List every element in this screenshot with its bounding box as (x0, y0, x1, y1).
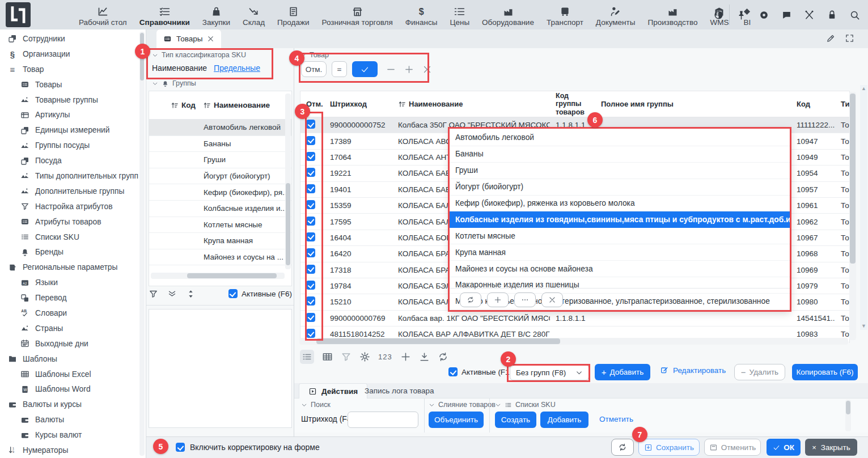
add-sku-button[interactable]: Добавить (540, 412, 588, 428)
groups-row[interactable]: Колбасные изделия и... (149, 201, 291, 217)
refresh-icon[interactable] (438, 351, 448, 362)
quick-icon[interactable] (781, 10, 792, 20)
grid-horizontal-scrollbar[interactable] (299, 338, 848, 345)
active-f10-checkbox[interactable] (448, 367, 458, 376)
menu-item[interactable]: Документы (590, 0, 642, 29)
sidebar-item[interactable]: § Организации (0, 46, 138, 62)
groups-section-header[interactable]: Группы (152, 79, 196, 87)
quick-icon[interactable] (849, 10, 860, 20)
actions-scrollbar[interactable] (845, 400, 851, 431)
col-full-name[interactable]: Полное имя группы (595, 100, 791, 108)
double-chevron-icon[interactable] (167, 289, 177, 299)
sidebar-item[interactable]: Валюты (0, 412, 138, 427)
col-name[interactable]: Наименование (392, 100, 550, 108)
checked-filter-button[interactable] (352, 61, 378, 77)
tab-close-icon[interactable] (207, 35, 214, 43)
sidebar-scrollbar[interactable] (139, 32, 145, 456)
classifier-section-header[interactable]: Тип классификатора SKU (152, 51, 246, 59)
groups-horizontal-scrollbar[interactable] (151, 273, 285, 279)
group-filter-select[interactable]: Без групп (F8) (510, 364, 589, 380)
menu-item[interactable]: Рабочий стол (73, 0, 133, 29)
groups-col-code[interactable]: Код (149, 101, 203, 109)
grid-view-icon[interactable] (322, 351, 333, 362)
sidebar-item[interactable]: Валюты и курсы (0, 397, 138, 412)
quick-icon[interactable] (804, 10, 815, 20)
groups-row[interactable]: Майонез и соусы на ... (149, 249, 291, 266)
sidebar-item[interactable]: Выходные дни (0, 336, 138, 351)
groups-row[interactable]: Груши (149, 152, 291, 168)
menu-item[interactable]: Закупки (196, 0, 236, 29)
sidebar-item[interactable]: Дополнительные группы (0, 184, 138, 199)
row-checkbox[interactable] (306, 217, 315, 226)
menu-item[interactable]: Продажи (271, 0, 315, 29)
groups-row[interactable]: Автомобиль легковой (149, 120, 291, 136)
mark-link[interactable]: Отметить (599, 415, 633, 423)
col-group-code[interactable]: Код группы товаров (550, 92, 595, 116)
sidebar-item[interactable]: Бренды (0, 244, 138, 260)
row-checkbox[interactable] (306, 296, 315, 306)
sidebar-item[interactable]: Сотрудники (0, 31, 138, 46)
minus-icon[interactable] (386, 65, 396, 74)
sidebar-item[interactable]: АВ Словари (0, 306, 138, 321)
menu-item[interactable]: Склад (236, 0, 271, 29)
ok-button[interactable]: ОК (767, 439, 801, 456)
groups-row[interactable]: Йогурт (биойогурт) (149, 168, 291, 185)
sidebar-item[interactable]: ≡ Товар (0, 62, 138, 77)
sidebar-item[interactable]: Шаблоны (0, 351, 138, 367)
delete-button[interactable]: −Удалить (734, 364, 785, 380)
create-button[interactable]: Создать (495, 412, 536, 428)
sidebar-item[interactable]: Посуда (0, 153, 138, 168)
menu-item[interactable]: Производство (641, 0, 704, 29)
add-button[interactable]: +Добавить (595, 364, 650, 380)
row-checkbox[interactable] (306, 265, 315, 274)
row-checkbox[interactable] (306, 184, 315, 193)
menu-item[interactable]: Цены (443, 0, 476, 29)
row-checkbox[interactable] (306, 120, 315, 129)
cancel-button[interactable]: Отменить (704, 439, 761, 456)
product-section-header[interactable]: Товар (300, 51, 329, 59)
col-type[interactable]: Ти (835, 100, 849, 108)
sort-icon[interactable] (203, 101, 211, 109)
sidebar-item[interactable]: Списки SKU (0, 230, 138, 245)
clear-icon[interactable] (422, 65, 432, 74)
barcode-input[interactable] (348, 412, 418, 428)
sidebar-item[interactable]: Шаблоны Excel (0, 367, 138, 382)
dropdown-item[interactable]: Майонез и соусы на основе майонеза (450, 261, 790, 277)
sort-icon[interactable] (171, 101, 179, 109)
sidebar-item[interactable]: Настройка атрибутов (0, 199, 138, 214)
dropdown-item[interactable]: Бананы (450, 146, 790, 163)
menu-item[interactable]: Оборудование (476, 0, 540, 29)
pane-vertical-scrollbar[interactable]: ▲ ▼ (860, 85, 867, 330)
groups-vertical-scrollbar[interactable] (285, 94, 291, 269)
download-icon[interactable] (419, 351, 430, 362)
dropdown-item[interactable]: Кефир (биокефир), ряженка из коровьего м… (450, 196, 790, 212)
gear-icon[interactable] (359, 351, 370, 362)
equals-button[interactable]: = (332, 61, 347, 77)
plus-icon[interactable] (404, 65, 414, 74)
groups-row[interactable]: Бананы (149, 136, 291, 152)
quick-icon[interactable] (736, 10, 747, 20)
merge-button[interactable]: Объединить (429, 412, 484, 428)
col-otm[interactable]: Отм. (300, 100, 324, 108)
search-section-header[interactable]: Поиск (301, 401, 331, 409)
tab-tovary[interactable]: Товары (156, 29, 221, 48)
sidebar-item[interactable]: Перевод (0, 290, 138, 306)
groups-row[interactable]: Крупа манная (149, 233, 291, 249)
menu-item[interactable]: Розничная торговля (316, 0, 399, 29)
sidebar-item[interactable]: Товарные группы (0, 92, 138, 108)
sort-icon[interactable] (398, 100, 406, 108)
quick-icon[interactable] (827, 10, 837, 20)
menu-item[interactable]: Справочники (133, 0, 196, 29)
sidebar-item[interactable]: Товары (0, 77, 138, 92)
pencil-icon[interactable] (826, 33, 836, 43)
row-checkbox[interactable] (306, 248, 315, 257)
sidebar-item[interactable]: Атрибуты товаров (0, 214, 138, 230)
dropdown-close-button[interactable] (541, 292, 563, 307)
sidebar-item[interactable]: Региональные параметры (0, 260, 138, 275)
sidebar-item[interactable]: Курсы валют (0, 427, 138, 443)
filter-icon[interactable] (149, 289, 158, 299)
sidebar-item[interactable]: Страны (0, 321, 138, 336)
sku-lists-section-header[interactable]: Списки SKU (495, 401, 556, 409)
quick-icon[interactable] (713, 10, 724, 20)
sidebar-item[interactable]: Артикулы (0, 107, 138, 122)
